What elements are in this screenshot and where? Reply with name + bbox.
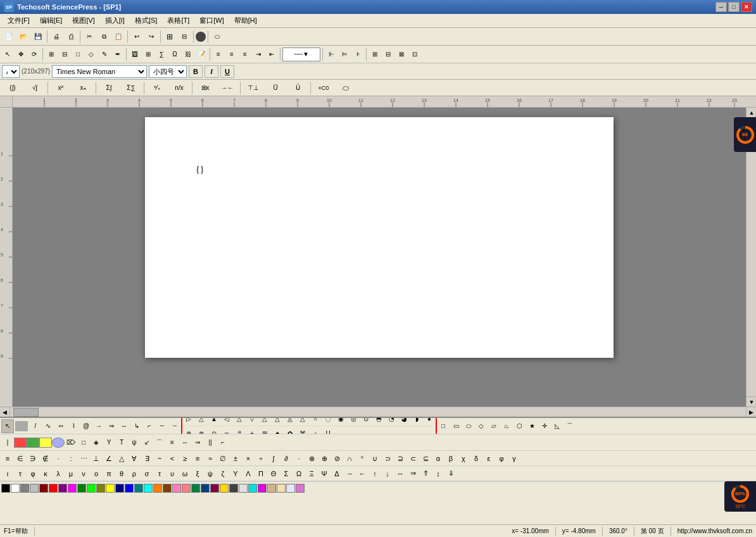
tri-v1[interactable]: △ <box>233 418 246 426</box>
circle5[interactable]: ⊙ <box>360 418 372 426</box>
matrix-tool[interactable]: ⊞x <box>194 81 216 95</box>
circle6[interactable]: ◓ <box>372 418 385 426</box>
scroll-left-arrow[interactable]: ◀ <box>0 407 10 417</box>
outline-view[interactable]: ⊟ <box>177 30 191 44</box>
color-orchid[interactable] <box>296 484 305 493</box>
color-lightgray[interactable] <box>239 484 248 493</box>
insert-link[interactable]: ⛓ <box>182 47 194 61</box>
menu-table[interactable]: 表格[T] <box>162 15 194 27</box>
sym-lrarr[interactable]: ↔ <box>394 467 406 481</box>
draw-curve[interactable]: ∿ <box>42 419 54 433</box>
sym-otimes[interactable]: ⊗ <box>305 452 318 465</box>
insert-note[interactable]: 📝 <box>195 47 208 61</box>
draw-dashed[interactable]: ┄ <box>168 419 181 433</box>
align-left[interactable]: ≡ <box>212 47 225 61</box>
tri-v6[interactable]: △ <box>296 418 309 426</box>
pen-tool[interactable]: ✒ <box>111 47 124 61</box>
color-tan[interactable] <box>267 484 276 493</box>
op-star[interactable]: ✦ <box>271 426 284 434</box>
minimize-button[interactable]: ─ <box>715 2 727 12</box>
textfield-tool[interactable]: ⊤⊥ <box>243 81 264 95</box>
grid-tool[interactable]: ⊞ <box>45 47 58 61</box>
circle10[interactable]: ● <box>423 418 436 426</box>
sym-exists[interactable]: ∃ <box>141 452 153 465</box>
sym-cdot[interactable]: · <box>52 452 65 465</box>
insert-table[interactable]: ⊞ <box>142 47 154 61</box>
sym-delta[interactable]: δ <box>470 452 482 465</box>
new-button[interactable]: 📄 <box>2 30 16 44</box>
circle-tool[interactable] <box>196 32 206 42</box>
horizontal-scrollbar[interactable]: ◀ ▶ <box>0 407 756 417</box>
op-special[interactable]: ⌘ <box>296 426 309 434</box>
spacing4[interactable]: ⊡ <box>408 47 421 61</box>
tool-double[interactable]: ⇒ <box>191 436 204 450</box>
color-darkgray[interactable] <box>229 484 238 493</box>
tool-t[interactable]: T <box>115 436 128 450</box>
sym-beta[interactable]: β <box>444 452 457 465</box>
sum2-tool[interactable]: Σ∑ <box>120 81 142 95</box>
sym-Xi[interactable]: Ξ <box>305 467 318 481</box>
underline-button[interactable]: U <box>220 65 234 78</box>
sym-Delta[interactable]: Δ <box>331 467 343 481</box>
color-circle[interactable] <box>52 438 65 448</box>
sym-sub[interactable]: ⊂ <box>406 452 419 465</box>
circle2[interactable]: ◌ <box>322 418 334 426</box>
circle3[interactable]: ◉ <box>334 418 347 426</box>
print-button[interactable]: ⎙ <box>64 30 78 44</box>
copy-button[interactable]: ⧉ <box>97 30 111 44</box>
hscroll-thumb[interactable] <box>13 408 39 417</box>
color-darkred[interactable] <box>210 484 219 493</box>
tool-dbl-bar[interactable]: || <box>204 436 217 450</box>
draw-zigzag[interactable]: ⌇ <box>67 419 80 433</box>
tri-v4[interactable]: △ <box>271 418 284 426</box>
sym-xi[interactable]: ξ <box>191 467 204 481</box>
draw-connector[interactable]: ⌐ <box>143 419 156 433</box>
bold-button[interactable]: B <box>189 65 203 78</box>
tool-shape[interactable]: □ <box>77 436 90 450</box>
overline-tool[interactable]: Ū <box>265 81 286 95</box>
open-button[interactable]: 📂 <box>16 30 30 44</box>
sym-times[interactable]: × <box>242 452 255 465</box>
sym-phi[interactable]: φ <box>495 452 508 465</box>
sum-tool[interactable]: Σ∫ <box>98 81 120 95</box>
sqrt-tool[interactable]: √∫ <box>24 81 46 95</box>
rotate-tool[interactable]: ⟳ <box>28 47 41 61</box>
sym-rarr[interactable]: → <box>343 467 356 481</box>
draw-para[interactable]: ▱ <box>488 419 500 433</box>
sym-Psi[interactable]: Ψ <box>318 467 331 481</box>
tool-fork[interactable]: ψ <box>128 436 141 450</box>
color-coral[interactable] <box>182 484 191 493</box>
tri-v3[interactable]: △ <box>258 418 271 426</box>
tool-sw[interactable]: ↙ <box>141 436 153 450</box>
sym-sup[interactable]: ⊃ <box>381 452 394 465</box>
close-button[interactable]: ✕ <box>741 2 752 12</box>
sym-kappa[interactable]: κ <box>39 467 52 481</box>
spacing2[interactable]: ⊟ <box>382 47 394 61</box>
undo-button[interactable]: ↩ <box>130 30 144 44</box>
superscript-tool[interactable]: x² <box>50 81 72 95</box>
tool-corner[interactable]: ⌐ <box>217 436 229 450</box>
sym-pm[interactable]: ± <box>229 452 242 465</box>
tri-solid[interactable]: △ <box>195 418 208 426</box>
sym-chi[interactable]: χ <box>457 452 470 465</box>
sym-ge[interactable]: ≥ <box>179 452 191 465</box>
menu-format[interactable]: 格式[S] <box>130 15 162 27</box>
sym-omega[interactable]: ω <box>179 467 191 481</box>
sym-theta[interactable]: θ <box>115 467 128 481</box>
scroll-up-arrow[interactable]: ▲ <box>747 108 756 118</box>
sym-div[interactable]: ÷ <box>255 452 267 465</box>
draw-cross[interactable]: ✛ <box>538 419 551 433</box>
color-lime[interactable] <box>87 484 96 493</box>
tool-leftright[interactable]: ↔ <box>179 436 191 450</box>
color-gray1[interactable] <box>20 484 29 493</box>
sym-upsilon[interactable]: υ <box>166 467 179 481</box>
insert-sym[interactable]: Ω <box>168 47 181 61</box>
sym-nu[interactable]: ν <box>77 467 90 481</box>
redo-button[interactable]: ↪ <box>144 30 158 44</box>
shape1-tool[interactable]: ◇ <box>85 47 98 61</box>
move-tool[interactable]: ✥ <box>15 47 27 61</box>
op-add[interactable]: + <box>246 426 258 434</box>
sym-approx[interactable]: ≈ <box>204 452 217 465</box>
vertical-scrollbar[interactable]: ▲ ▼ <box>746 108 756 407</box>
color-lavender[interactable] <box>286 484 295 493</box>
